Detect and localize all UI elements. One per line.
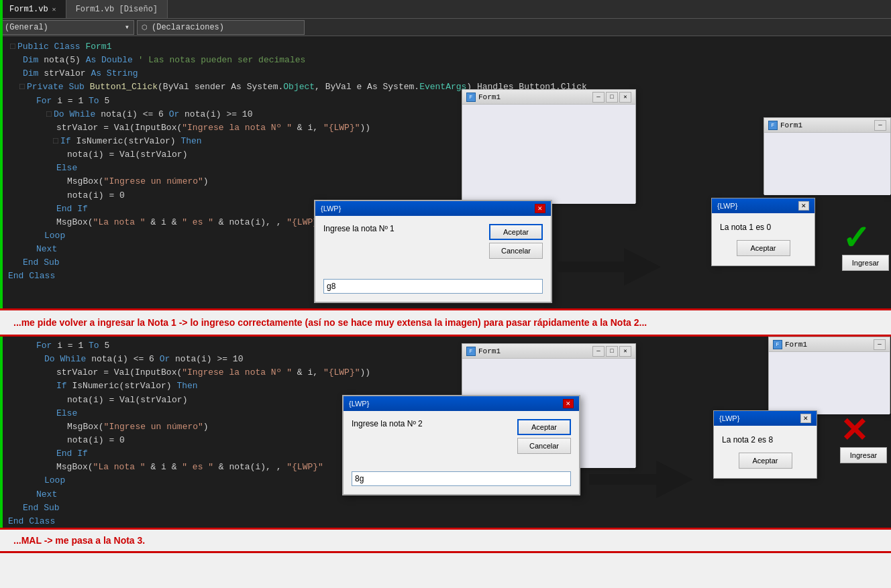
ingresar-area-top: ✓ Ingresar: [842, 221, 889, 271]
tab-close-icon[interactable]: ✕: [52, 5, 56, 13]
dialog-cancelar-top[interactable]: Cancelar: [489, 243, 543, 259]
arrow-body-bottom: [589, 474, 656, 485]
msgbox-title-top: {LWP}: [717, 202, 737, 210]
msgbox-title-bottom: {LWP}: [719, 414, 739, 422]
win-controls-bottom: — □ ✕: [592, 346, 631, 357]
form1-title-bottom: Form1: [478, 347, 501, 355]
win-minimize-bottom2[interactable]: —: [874, 339, 886, 350]
dialog-input-bottom[interactable]: [352, 471, 571, 486]
form1-window-bottom2: F Form1 —: [768, 337, 890, 414]
bottom-code-line-14: End Class: [3, 515, 891, 528]
dropdown-arrow-icon: ▾: [125, 22, 129, 32]
win-close-bottom[interactable]: ✕: [619, 346, 631, 357]
separator-2-text: ...MAL -> me pasa a la Nota 3.: [13, 535, 145, 546]
dialog-aceptar-bottom[interactable]: Aceptar: [517, 419, 571, 435]
checkmark-icon: ✓: [842, 221, 889, 255]
form1-body-top2: [764, 133, 890, 195]
win-minimize-top2[interactable]: —: [874, 120, 886, 131]
dialog-cancelar-bottom[interactable]: Cancelar: [517, 438, 571, 454]
win-controls-top2: —: [874, 120, 886, 131]
tab-form1-vb[interactable]: Form1.vb ✕: [0, 0, 66, 18]
dialog-bottom: {LWP} ✕ Ingrese la nota Nº 2 Aceptar Can…: [342, 395, 580, 495]
dialog-buttons-bottom: Aceptar Cancelar: [517, 419, 571, 454]
form1-icon-top: F: [466, 93, 476, 102]
arrow-head-top: [624, 248, 661, 286]
dialog-title-bottom: {LWP}: [349, 400, 369, 408]
form1-titlebar-bottom: F Form1 — □ ✕: [462, 344, 635, 359]
msgbox-close-bottom[interactable]: ✕: [800, 414, 811, 423]
general-dropdown[interactable]: (General) ▾: [0, 20, 134, 35]
bottom-code-line-13: End Sub: [3, 502, 891, 515]
declarations-dropdown[interactable]: ⬡ (Declaraciones): [137, 20, 305, 35]
bottom-code-line-4: If IsNumeric(strValor) Then: [3, 379, 891, 393]
code-line-6: □ Do While nota(i) <= 6 Or nota(i) >= 10: [3, 108, 891, 121]
toolbar-bar: (General) ▾ ⬡ (Declaraciones): [0, 19, 891, 36]
msgbox-top: {LWP} ✕ La nota 1 es 0 Aceptar: [711, 198, 815, 266]
win-controls-bottom2: —: [874, 339, 886, 350]
ingresar-btn-bottom[interactable]: Ingresar: [840, 447, 887, 463]
dialog-prompt-bottom: Ingrese la nota Nº 2: [352, 419, 512, 428]
msgbox-aceptar-top[interactable]: Aceptar: [737, 240, 790, 256]
code-line-2: Dim nota(5) As Double ' Las notas pueden…: [3, 54, 891, 67]
form1-body-bottom2: [769, 352, 890, 414]
tab-bar: Form1.vb ✕ Form1.vb [Diseño]: [0, 0, 891, 19]
bottom-code-line-1: For i = 1 To 5: [3, 339, 891, 353]
form1-titlebar-top: F Form1 — □ ✕: [462, 90, 635, 105]
arrow-head-bottom: [656, 461, 693, 498]
separator-1: ...me pide volver a ingresar la Nota 1 -…: [0, 308, 891, 337]
dialog-title-top: {LWP}: [321, 204, 341, 213]
code-line-3: Dim strValor As String: [3, 67, 891, 80]
xmark-area-bottom: ✕ Ingresar: [840, 414, 887, 463]
form1-titlebar-bottom2: F Form1 —: [769, 337, 890, 352]
arrow-bottom: [589, 461, 693, 498]
code-line-8: □ If IsNumeric(strValor) Then: [3, 135, 891, 148]
bottom-code-section: For i = 1 To 5 Do While nota(i) <= 6 Or …: [0, 337, 891, 528]
code-line-7: strValor = Val(InputBox("Ingrese la nota…: [3, 121, 891, 135]
form1-icon-top2: F: [768, 121, 778, 130]
bottom-code-line-2: Do While nota(i) <= 6 Or nota(i) >= 10: [3, 353, 891, 366]
declarations-dropdown-label: (Declaraciones): [152, 23, 224, 32]
dialog-buttons-top: Aceptar Cancelar: [489, 224, 543, 259]
arrow-top: [557, 248, 661, 286]
msgbox-bottom: {LWP} ✕ La nota 2 es 8 Aceptar: [713, 410, 817, 479]
msgbox-text-top: La nota 1 es 0: [720, 223, 771, 232]
dialog-top: {LWP} ✕ Ingrese la nota Nº 1 Aceptar Can…: [314, 200, 552, 303]
msgbox-body-top: La nota 1 es 0 Aceptar: [712, 213, 815, 266]
msgbox-titlebar-top: {LWP} ✕: [712, 198, 815, 213]
code-line-4: □ Private Sub Button1_Click(ByVal sender…: [3, 80, 891, 94]
win-minimize-top[interactable]: —: [592, 92, 605, 103]
win-minimize-bottom[interactable]: —: [592, 346, 605, 357]
dialog-prompt-top: Ingrese la nota Nº 1: [323, 224, 484, 233]
separator-1-text: ...me pide volver a ingresar la Nota 1 -…: [13, 317, 647, 328]
dialog-aceptar-top[interactable]: Aceptar: [489, 224, 543, 240]
form1-title-bottom2: Form1: [785, 341, 807, 349]
code-line-11: MsgBox("Ingrese un número"): [3, 175, 891, 188]
dialog-titlebar-top: {LWP} ✕: [315, 201, 551, 216]
form1-window-top: F Form1 — □ ✕: [462, 89, 636, 203]
tab-design-label: Form1.vb [Diseño]: [76, 5, 158, 14]
declarations-icon: ⬡: [142, 23, 148, 32]
form1-title-top2: Form1: [780, 121, 802, 129]
win-close-top[interactable]: ✕: [619, 92, 631, 103]
msgbox-close-top[interactable]: ✕: [798, 201, 809, 211]
code-line-9: nota(i) = Val(strValor): [3, 148, 891, 162]
ingresar-btn-top[interactable]: Ingresar: [842, 255, 889, 271]
x-mark-icon: ✕: [840, 414, 887, 447]
msgbox-aceptar-bottom[interactable]: Aceptar: [739, 453, 792, 469]
win-maximize-top[interactable]: □: [606, 92, 618, 103]
tab-form1-design[interactable]: Form1.vb [Diseño]: [66, 0, 168, 18]
form1-title-top: Form1: [478, 93, 501, 101]
code-line-5: For i = 1 To 5: [3, 95, 891, 108]
form1-body-top: [462, 105, 635, 204]
dialog-close-top[interactable]: ✕: [535, 204, 545, 213]
msgbox-body-bottom: La nota 2 es 8 Aceptar: [714, 426, 817, 478]
win-maximize-bottom[interactable]: □: [606, 346, 618, 357]
dialog-close-bottom[interactable]: ✕: [563, 399, 574, 408]
dialog-input-top[interactable]: [323, 279, 543, 294]
win-controls-top: — □ ✕: [592, 92, 631, 103]
top-code-section: Form1.vb ✕ Form1.vb [Diseño] (General) ▾…: [0, 0, 891, 308]
dialog-titlebar-bottom: {LWP} ✕: [344, 396, 579, 411]
msgbox-titlebar-bottom: {LWP} ✕: [714, 411, 817, 426]
dialog-body-top: Ingrese la nota Nº 1 Aceptar Cancelar: [315, 216, 551, 302]
arrow-body-top: [557, 261, 624, 272]
